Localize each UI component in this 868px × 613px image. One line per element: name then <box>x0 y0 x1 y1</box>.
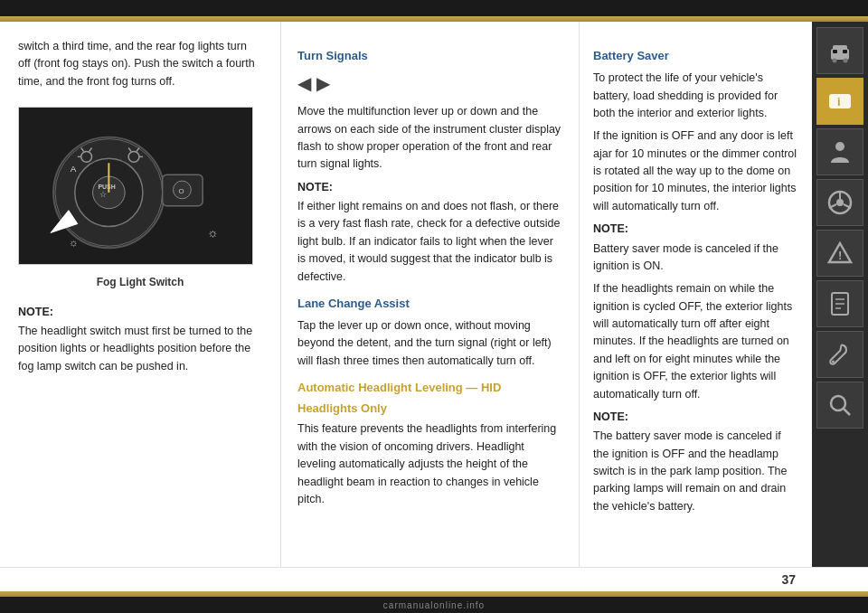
svg-point-33 <box>836 199 844 206</box>
page-wrapper: switch a third time, and the rear fog li… <box>0 0 868 613</box>
svg-text:A: A <box>71 164 77 174</box>
text-columns: switch a third time, and the rear fog li… <box>0 22 812 567</box>
svg-text:☼: ☼ <box>69 236 79 249</box>
auto-body: This feature prevents the headlights fro… <box>297 420 562 508</box>
svg-text:i: i <box>837 95 841 108</box>
sidebar-icon-document[interactable] <box>816 280 863 327</box>
page-number: 37 <box>781 572 796 587</box>
battery-saver-body1: To protect the life of your vehicle's ba… <box>593 70 798 122</box>
svg-text:O: O <box>178 187 184 195</box>
battery-saver-heading: Battery Saver <box>593 47 798 65</box>
top-bar <box>0 0 868 16</box>
note-label-middle: NOTE: <box>297 179 562 196</box>
auto-heading-line2: Headlights Only <box>297 400 562 418</box>
intro-text: switch a third time, and the rear fog li… <box>18 38 262 90</box>
turn-signals-heading: Turn Signals <box>297 47 562 65</box>
image-caption: Fog Light Switch <box>18 274 262 291</box>
svg-text:!: ! <box>838 249 842 262</box>
sidebar-icon-search[interactable] <box>816 382 863 429</box>
note-turn-signals: If either light remains on and does not … <box>297 198 562 286</box>
svg-rect-28 <box>843 50 847 53</box>
fog-light-image: A PUSH ☆ <box>18 107 253 265</box>
watermark: carmanualonline.info <box>383 600 485 610</box>
battery-saver-body2: If the ignition is OFF and any door is l… <box>593 127 798 215</box>
sidebar-icon-car-front[interactable] <box>816 27 863 74</box>
sidebar-icon-steering-wheel[interactable] <box>816 179 863 226</box>
sidebar-icon-warning[interactable]: ! <box>816 230 863 277</box>
svg-point-26 <box>844 59 848 63</box>
note-label-left: NOTE: <box>18 304 262 321</box>
bottom-area: 37 <box>0 567 868 591</box>
svg-text:☼: ☼ <box>207 225 219 240</box>
note-battery1: Battery saver mode is canceled if the ig… <box>593 240 798 276</box>
note-label-right2: NOTE: <box>593 409 798 426</box>
right-sidebar: i <box>812 22 868 567</box>
svg-point-25 <box>833 59 837 63</box>
sidebar-icon-wrench[interactable] <box>816 331 863 378</box>
note-text-left: The headlight switch must first be turne… <box>18 323 262 375</box>
bottom-bar: carmanualonline.info <box>0 597 868 613</box>
middle-column: Turn Signals ◀ ▶ Move the multifunction … <box>280 22 579 567</box>
turn-arrows-icons: ◀ ▶ <box>297 70 562 98</box>
svg-point-44 <box>831 396 845 410</box>
battery-saver-body3: If the headlights remain on while the ig… <box>593 280 798 403</box>
svg-point-31 <box>835 142 844 151</box>
svg-point-43 <box>832 361 835 363</box>
note-label-right1: NOTE: <box>593 221 798 238</box>
right-column: Battery Saver To protect the life of you… <box>579 22 812 567</box>
note-battery2: The battery saver mode is canceled if th… <box>593 428 798 515</box>
sidebar-icon-car-info[interactable]: i <box>816 78 863 125</box>
content-row: switch a third time, and the rear fog li… <box>0 22 868 567</box>
lane-change-body: Tap the lever up or down once, without m… <box>297 317 562 370</box>
lane-change-heading: Lane Change Assist <box>297 295 562 313</box>
svg-rect-27 <box>833 50 837 53</box>
turn-signals-body: Move the multifunction lever up or down … <box>297 103 562 174</box>
sidebar-icon-person[interactable] <box>816 128 863 175</box>
svg-line-45 <box>844 409 850 415</box>
page-number-area: 37 <box>0 568 868 591</box>
left-column: switch a third time, and the rear fog li… <box>0 22 280 567</box>
svg-text:☆: ☆ <box>99 190 107 199</box>
auto-heading-line1: Automatic Headlight Leveling — HID <box>297 379 562 397</box>
